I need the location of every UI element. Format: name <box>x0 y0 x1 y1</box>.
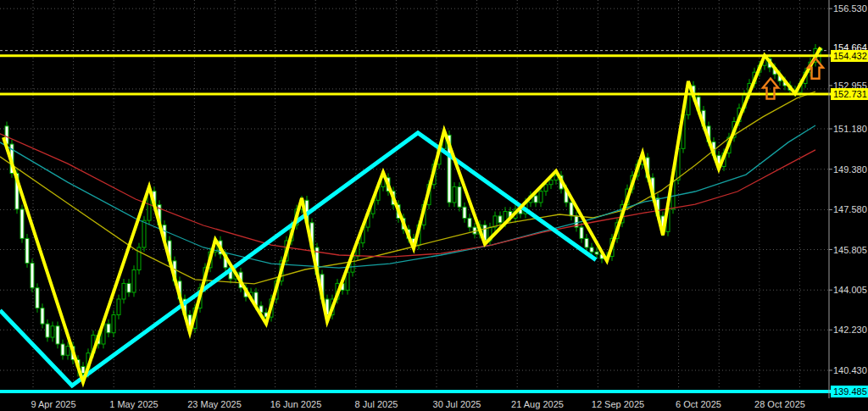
candle-body <box>36 288 39 308</box>
candle-body <box>41 308 44 325</box>
candle-body <box>544 185 548 192</box>
candle-body <box>595 252 598 254</box>
candle-body <box>132 269 136 292</box>
candle-body <box>31 264 34 288</box>
chart-canvas: 156.530152.955151.180149.380147.580145.8… <box>0 0 868 411</box>
price-tick-label: 144.005 <box>833 285 867 295</box>
candle-body <box>112 315 115 333</box>
candle-body <box>468 219 471 228</box>
candle-body <box>61 344 64 355</box>
date-label: 1 May 2025 <box>109 399 158 409</box>
candle-body <box>570 203 573 216</box>
candle-body <box>66 347 70 356</box>
price-tick-label: 140.430 <box>833 365 867 375</box>
date-label: 9 Apr 2025 <box>31 399 75 409</box>
candle <box>137 243 141 275</box>
candle-body <box>122 283 125 299</box>
candle-body <box>25 238 29 263</box>
date-label: 30 Jul 2025 <box>433 399 481 409</box>
candle-body <box>20 209 24 238</box>
price-tick-label: 151.180 <box>833 124 867 134</box>
date-label: 8 Jul 2025 <box>355 399 398 409</box>
price-tick-label: 149.380 <box>833 164 867 175</box>
candle-body <box>81 366 85 373</box>
candle-body <box>585 238 588 247</box>
candle-body <box>117 299 120 315</box>
price-tick-label: 147.580 <box>833 204 867 214</box>
chart-background <box>0 0 868 411</box>
candle-body <box>590 247 593 252</box>
candle-body <box>46 324 49 337</box>
level-label-152731: 152.731 <box>831 88 868 100</box>
level-label-139485: 139.485 <box>831 386 868 397</box>
candle-body <box>142 220 146 247</box>
candle <box>31 258 34 292</box>
level-label-154432: 154.432 <box>831 50 868 62</box>
price-tick-label: 156.530 <box>833 3 867 14</box>
candle <box>25 234 29 268</box>
candle-body <box>453 186 456 203</box>
candle-body <box>51 326 54 337</box>
candle <box>36 283 39 312</box>
date-label: 6 Oct 2025 <box>676 399 721 409</box>
candle-body <box>458 186 461 207</box>
price-chart[interactable]: 156.530152.955151.180149.380147.580145.8… <box>0 0 868 411</box>
candle <box>20 205 24 243</box>
candle-body <box>549 180 553 184</box>
candle-body <box>127 283 131 292</box>
candle <box>132 265 136 297</box>
candle-body <box>580 227 583 238</box>
date-label: 23 May 2025 <box>187 399 242 409</box>
candle-body <box>107 324 110 333</box>
date-label: 12 Sep 2025 <box>592 399 644 409</box>
date-label: 28 Oct 2025 <box>754 399 805 409</box>
candle-body <box>498 216 502 223</box>
price-tick-label: 142.230 <box>833 325 867 335</box>
candle-body <box>56 326 59 344</box>
candle <box>458 182 461 211</box>
date-label: 21 Aug 2025 <box>511 399 564 409</box>
date-label: 16 Jun 2025 <box>270 399 322 409</box>
price-tick-label: 145.805 <box>833 245 867 255</box>
candle-body <box>534 196 537 203</box>
candle-body <box>539 192 542 203</box>
candle-body <box>463 207 466 218</box>
